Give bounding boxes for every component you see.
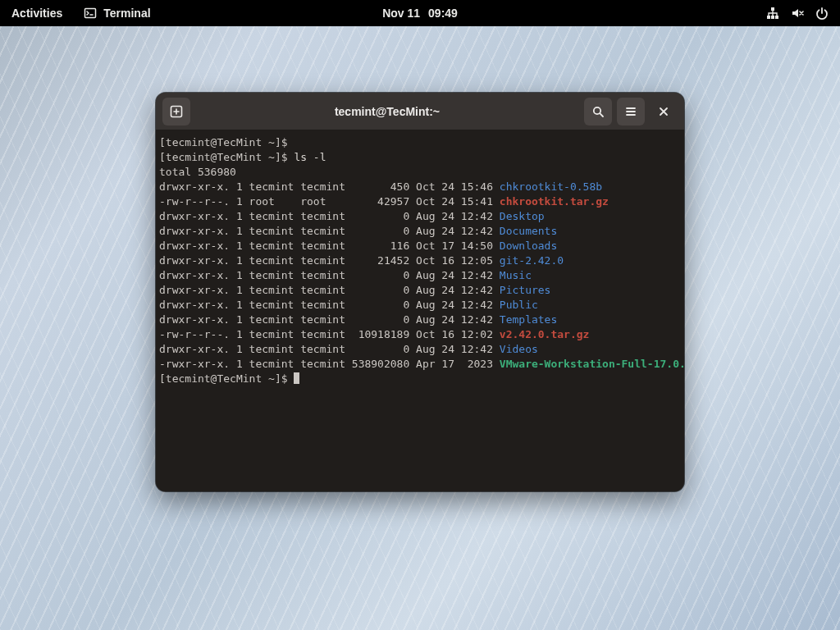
close-icon (658, 106, 669, 117)
clock[interactable]: Nov 11 09:49 (382, 7, 458, 20)
network-icon (766, 7, 779, 20)
prompt: [tecmint@TecMint ~]$ (159, 151, 294, 163)
search-icon (591, 105, 605, 118)
app-indicator[interactable]: Terminal (84, 7, 150, 20)
new-tab-icon (169, 104, 184, 119)
window-title: tecmint@TecMint:~ (195, 105, 579, 118)
command-ls: ls -l (294, 151, 326, 163)
prompt: [tecmint@TecMint ~]$ (159, 372, 294, 385)
new-tab-button[interactable] (162, 98, 190, 126)
close-button[interactable] (650, 98, 678, 126)
terminal-icon (84, 7, 97, 20)
volume-muted-icon (791, 7, 804, 20)
activities-button[interactable]: Activities (11, 7, 62, 20)
prompt: [tecmint@TecMint ~]$ (159, 136, 294, 148)
titlebar[interactable]: tecmint@TecMint:~ (156, 93, 684, 130)
app-name: Terminal (103, 7, 150, 20)
power-icon (815, 7, 829, 20)
svg-rect-4 (775, 16, 778, 19)
ls-rows: drwxr-xr-x. 1 tecmint tecmint 450 Oct 24… (159, 180, 673, 370)
svg-rect-0 (85, 9, 96, 18)
cursor (294, 372, 299, 384)
ls-wrap-line: 0.2-21581411.x86_64.bundle (673, 358, 684, 370)
system-menu[interactable] (766, 7, 840, 20)
svg-rect-1 (771, 7, 774, 11)
ls-total: total 536980 (159, 166, 236, 178)
clock-time: 09:49 (428, 7, 458, 20)
top-panel: Activities Terminal Nov 11 09:49 (0, 0, 840, 26)
svg-rect-2 (767, 16, 770, 19)
terminal-window: tecmint@TecMint:~ [tecmint@TecMint ~]$ [… (156, 93, 684, 491)
menu-button[interactable] (617, 98, 645, 126)
search-button[interactable] (584, 98, 612, 126)
terminal-viewport[interactable]: [tecmint@TecMint ~]$ [tecmint@TecMint ~]… (156, 130, 684, 491)
clock-date: Nov 11 (382, 7, 420, 20)
svg-rect-3 (771, 16, 774, 19)
hamburger-icon (624, 105, 637, 118)
